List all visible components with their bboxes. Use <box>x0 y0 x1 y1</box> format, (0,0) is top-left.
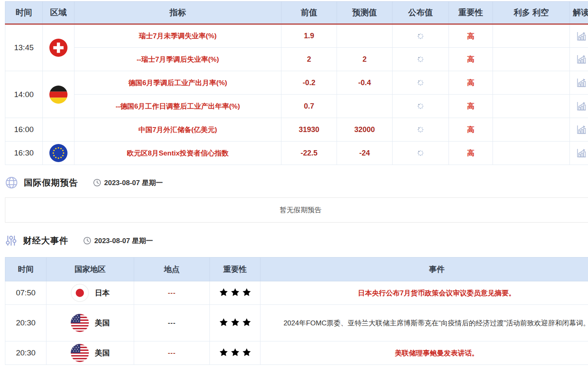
loading-spinner-icon <box>417 150 424 156</box>
events-section-title: 财经大事件 <box>23 235 68 246</box>
event-importance-cell <box>210 341 260 365</box>
interpretation-cell <box>570 48 588 71</box>
chart-analysis-icon[interactable] <box>576 31 587 42</box>
published-value-cell <box>393 48 449 71</box>
col-header-importance: 重要性 <box>210 258 260 281</box>
loading-spinner-icon <box>417 56 424 63</box>
indicator-label: 中国7月外汇储备(亿美元) <box>74 118 281 142</box>
events-table: 时间 国家地区 地点 重要性 事件 07:50 日本 --- <box>5 257 588 365</box>
country-name: 美国 <box>95 318 110 328</box>
calendar-row: 13:45 瑞士7月未季调失业率(%) 1.9 高 <box>5 24 588 48</box>
indicator-label: 欧元区8月Sentix投资者信心指数 <box>74 142 281 165</box>
event-description: 美联储理事鲍曼发表讲话。 <box>260 341 588 365</box>
japan-flag-icon <box>71 284 89 302</box>
indicator-label: 德国6月季调后工业产出月率(%) <box>74 71 281 95</box>
calendar-row: 16:00 中国7月外汇储备(亿美元) 31930 32000 高 <box>5 118 588 142</box>
events-header-row: 时间 国家地区 地点 重要性 事件 <box>5 258 588 281</box>
previous-value: 2 <box>281 48 337 71</box>
loading-spinner-icon <box>417 33 424 39</box>
event-importance-cell <box>210 305 260 341</box>
previous-value: 0.7 <box>281 95 337 118</box>
bullish-bearish-cell <box>493 71 570 95</box>
time-cell: 13:45 <box>5 24 43 71</box>
star-rating <box>219 288 251 297</box>
event-country-cell: 美国 <box>46 305 134 341</box>
indicator-label: --德国6月工作日调整后工业产出年率(%) <box>74 95 281 118</box>
forecast-value: 32000 <box>337 118 393 142</box>
col-header-published: 公布值 <box>393 2 449 24</box>
clock-icon <box>93 179 101 187</box>
chart-analysis-icon[interactable] <box>576 101 587 111</box>
col-header-forecast: 预测值 <box>337 2 393 24</box>
holiday-section-date: 2023-08-07 星期一 <box>104 178 163 188</box>
usa-flag-icon <box>71 344 89 362</box>
published-value-cell <box>393 71 449 95</box>
importance-badge: 高 <box>449 48 493 71</box>
loading-spinner-icon <box>417 79 424 86</box>
previous-value: -0.2 <box>281 71 337 95</box>
importance-badge: 高 <box>449 118 493 142</box>
previous-value: 31930 <box>281 118 337 142</box>
event-time: 20:30 <box>5 341 46 365</box>
importance-badge: 高 <box>449 71 493 95</box>
col-header-time: 时间 <box>5 2 43 24</box>
country-name: 日本 <box>95 288 110 298</box>
globe-icon <box>5 176 18 189</box>
col-header-importance: 重要性 <box>449 2 493 24</box>
region-cell <box>43 24 74 71</box>
importance-badge: 高 <box>449 24 493 48</box>
time-cell: 16:30 <box>5 142 43 165</box>
event-time: 20:30 <box>5 305 46 341</box>
chart-analysis-icon[interactable] <box>576 77 587 88</box>
germany-flag-icon <box>49 86 67 104</box>
col-header-country: 国家地区 <box>46 258 134 281</box>
time-cell: 14:00 <box>5 71 43 118</box>
country-name: 美国 <box>95 348 110 358</box>
time-cell: 16:00 <box>5 118 43 142</box>
event-location: --- <box>134 305 210 341</box>
bullish-bearish-cell <box>493 142 570 165</box>
event-country-cell: 美国 <box>46 341 134 365</box>
calendar-header-row: 时间 区域 指标 前值 预测值 公布值 重要性 利多 利空 解读 <box>5 2 588 24</box>
col-header-event: 事件 <box>260 258 588 281</box>
events-section-date: 2023-08-07 星期一 <box>94 236 153 246</box>
calendar-row: --瑞士7月季调后失业率(%) 2 2 高 <box>5 48 588 71</box>
sliders-icon <box>5 234 17 247</box>
holiday-section-title: 国际假期预告 <box>24 177 78 188</box>
importance-badge: 高 <box>449 95 493 118</box>
event-location: --- <box>134 341 210 365</box>
interpretation-cell <box>570 24 588 48</box>
forecast-value: -0.4 <box>337 71 393 95</box>
event-time: 07:50 <box>5 281 46 305</box>
col-header-interpretation: 解读 <box>570 2 588 24</box>
col-header-previous: 前值 <box>281 2 337 24</box>
region-cell <box>43 71 74 118</box>
interpretation-cell <box>570 142 588 165</box>
col-header-location: 地点 <box>134 258 210 281</box>
loading-spinner-icon <box>417 126 424 133</box>
forecast-value <box>337 24 393 48</box>
holiday-empty-message: 暂无假期预告 <box>280 205 322 215</box>
col-header-bullish-bearish: 利多 利空 <box>493 2 570 24</box>
col-header-time: 时间 <box>5 258 46 281</box>
chart-analysis-icon[interactable] <box>576 124 587 135</box>
interpretation-cell <box>570 71 588 95</box>
event-description: 2024年FOMC票委、亚特兰大联储主席博斯蒂克在“向疫情后的经济过渡”活动前致… <box>260 305 588 341</box>
bullish-bearish-cell <box>493 118 570 142</box>
calendar-row: --德国6月工作日调整后工业产出年率(%) 0.7 高 <box>5 95 588 118</box>
bullish-bearish-cell <box>493 24 570 48</box>
interpretation-cell <box>570 95 588 118</box>
indicator-label: 瑞士7月未季调失业率(%) <box>74 24 281 48</box>
economic-calendar-table: 时间 区域 指标 前值 预测值 公布值 重要性 利多 利空 解读 13:45 瑞… <box>5 1 588 165</box>
chart-analysis-icon[interactable] <box>576 148 587 158</box>
events-section-header: 财经大事件 2023-08-07 星期一 <box>5 234 588 248</box>
importance-badge: 高 <box>449 142 493 165</box>
interpretation-cell <box>570 118 588 142</box>
forecast-value: 2 <box>337 48 393 71</box>
chart-analysis-icon[interactable] <box>576 54 587 65</box>
previous-value: -22.5 <box>281 142 337 165</box>
published-value-cell <box>393 95 449 118</box>
indicator-label: --瑞士7月季调后失业率(%) <box>74 48 281 71</box>
financial-calendar-page: 时间 区域 指标 前值 预测值 公布值 重要性 利多 利空 解读 13:45 瑞… <box>0 1 588 365</box>
previous-value: 1.9 <box>281 24 337 48</box>
